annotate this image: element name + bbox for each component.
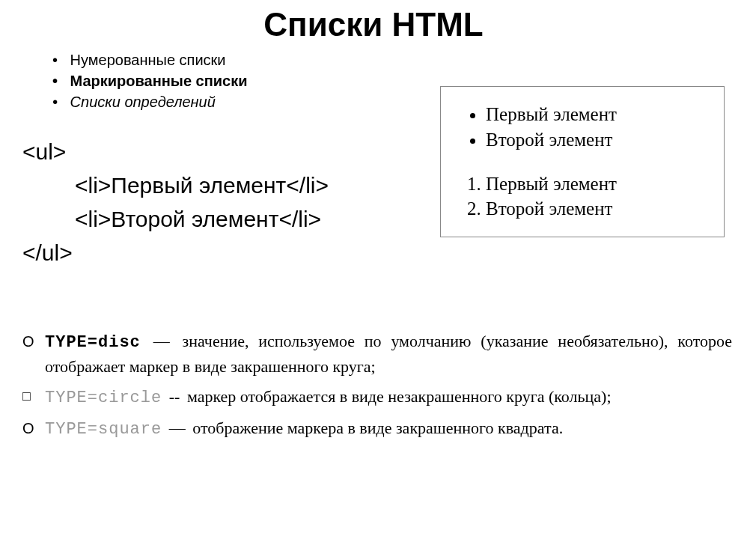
list-type-label: Списки определений xyxy=(70,94,216,110)
dash: — xyxy=(169,419,186,437)
dash: -- xyxy=(169,387,180,406)
list-item: Первый элемент xyxy=(486,102,709,127)
dash: — xyxy=(153,332,170,350)
list-type-numbered: • Нумерованные списки xyxy=(52,49,747,70)
type-keyword: TYPE=disc xyxy=(45,333,141,352)
type-disc-text: TYPE=disc — значение, используемое по ум… xyxy=(45,329,732,379)
list-item: Первый элемент xyxy=(486,171,709,197)
code-line: </ul> xyxy=(22,236,747,270)
type-attribute-definitions: O TYPE=disc — значение, используемое по … xyxy=(22,329,732,448)
type-description: отображение маркера в виде закрашенного … xyxy=(192,419,563,437)
type-square-row: O TYPE=square — отображение маркера в ви… xyxy=(22,416,732,442)
disc-marker-icon: O xyxy=(22,416,45,442)
type-keyword: TYPE=circle xyxy=(45,389,162,407)
disc-marker-icon: O xyxy=(22,329,45,379)
square-marker-icon: □ xyxy=(22,385,45,410)
bullet-icon: • xyxy=(52,91,66,112)
type-disc-row: O TYPE=disc — значение, используемое по … xyxy=(22,329,732,379)
ordered-list: Первый элемент Второй элемент xyxy=(486,171,709,222)
bullet-icon: • xyxy=(52,49,66,70)
list-type-label: Маркированные списки xyxy=(70,73,248,89)
type-circle-text: TYPE=circle -- маркер отображается в вид… xyxy=(45,385,732,410)
type-description: значение, используемое по умолчанию (ука… xyxy=(45,332,732,376)
type-keyword: TYPE=square xyxy=(45,420,162,439)
type-circle-row: □ TYPE=circle -- маркер отображается в в… xyxy=(22,385,732,410)
unordered-list: Первый элемент Второй элемент xyxy=(486,102,709,153)
list-item: Второй элемент xyxy=(486,127,709,153)
page-title: Списки HTML xyxy=(0,6,747,43)
type-square-text: TYPE=square — отображение маркера в виде… xyxy=(45,416,732,442)
type-description: маркер отображается в виде незакрашенног… xyxy=(187,387,612,406)
output-preview: Первый элемент Второй элемент Первый эле… xyxy=(440,86,725,237)
list-type-label: Нумерованные списки xyxy=(70,52,226,68)
bullet-icon: • xyxy=(52,70,66,91)
list-item: Второй элемент xyxy=(486,196,709,222)
